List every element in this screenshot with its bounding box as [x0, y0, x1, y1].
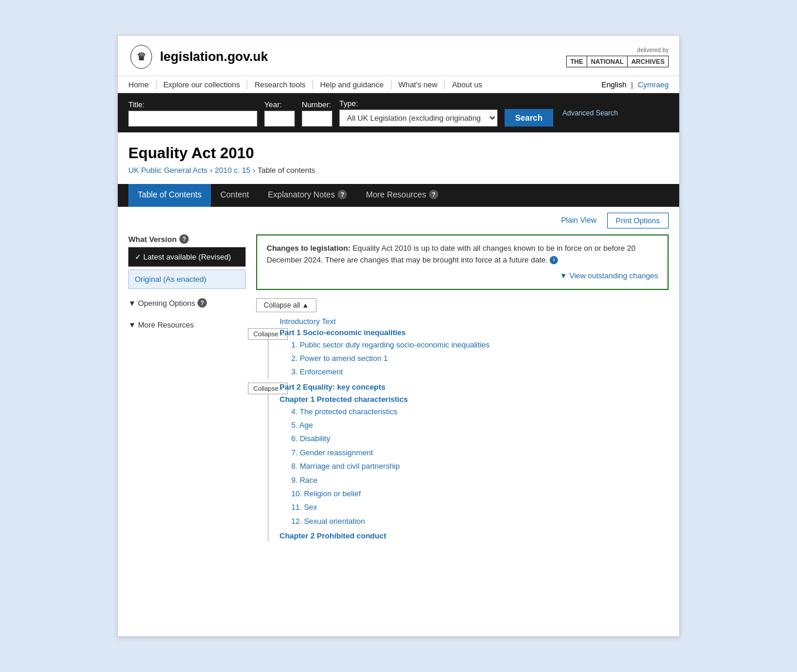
tab-more-resources[interactable]: More Resources ? [356, 184, 448, 207]
explanatory-notes-help-icon: ? [338, 190, 347, 199]
nav-explore[interactable]: Explore our collections [164, 80, 240, 89]
na-national: NATIONAL [587, 56, 628, 67]
toc-introductory-text[interactable]: Introductory Text [280, 317, 669, 326]
title-label: Title: [128, 100, 257, 109]
national-archives-logo: delivered by THE NATIONAL ARCHIVES [566, 47, 669, 67]
toc-part-1-left: Collapse - [256, 328, 280, 379]
lang-english: English [601, 80, 626, 89]
tab-explanatory-notes[interactable]: Explanatory Notes ? [258, 184, 356, 207]
toc-part-2-title[interactable]: Part 2 Equality: key concepts [280, 383, 669, 391]
breadcrumb-sep-2: › [253, 166, 255, 175]
toc-item-1[interactable]: 1. Public sector duty regarding socio-ec… [291, 338, 669, 352]
year-field: Year: [264, 100, 295, 127]
changes-title: Changes to legislation: [267, 244, 350, 253]
view-options-bar: Plain View Print Options [128, 207, 669, 234]
toc-item-9[interactable]: 9. Race [291, 473, 669, 487]
toc-item-10[interactable]: 10. Religion or belief [291, 487, 669, 500]
collapse-all-button[interactable]: Collapse all ▲ [256, 298, 316, 312]
svg-text:♛: ♛ [137, 51, 146, 63]
number-field: Number: [302, 100, 332, 127]
toc-part-1-title[interactable]: Part 1 Socio-economic inequalities [280, 328, 669, 337]
toc-part-2-left: Collapse - [256, 383, 280, 542]
toc-part-2-group: Collapse - Part 2 Equality: key concepts… [256, 383, 669, 542]
nav-home[interactable]: Home [128, 80, 149, 89]
breadcrumb-2010[interactable]: 2010 c. 15 [214, 166, 250, 175]
print-options-button[interactable]: Print Options [607, 213, 669, 228]
number-label: Number: [302, 100, 332, 109]
toc-part-1-group: Collapse - Part 1 Socio-economic inequal… [256, 328, 669, 379]
na-the: THE [567, 56, 587, 67]
delivered-by-label: delivered by [637, 47, 669, 53]
toc-item-5[interactable]: 5. Age [291, 418, 669, 432]
toc-part-2-vline [268, 394, 268, 542]
search-button[interactable]: Search [505, 109, 553, 127]
nav-about[interactable]: About us [452, 80, 482, 89]
toc-item-4[interactable]: 4. The protected characteristics [291, 405, 669, 418]
tab-table-of-contents[interactable]: Table of Contents [128, 184, 211, 207]
more-resources-section: ▼ More Resources [128, 317, 246, 333]
search-bar: Title: Year: Number: Type: All UK Legisl… [118, 93, 679, 132]
changes-box: Changes to legislation: Equality Act 201… [256, 234, 669, 290]
two-column-layout: What Version ? ✓ Latest available (Revis… [128, 234, 669, 545]
year-label: Year: [264, 100, 295, 109]
content-area: Plain View Print Options What Version ? … [118, 207, 679, 557]
breadcrumb: UK Public General Acts › 2010 c. 15 › Ta… [128, 166, 669, 175]
site-nav: Home Explore our collections Research to… [118, 76, 679, 93]
toc-part-1-vline [268, 340, 268, 379]
type-select[interactable]: All UK Legislation (excluding originatin… [339, 110, 498, 127]
opening-options-help-icon: ? [197, 298, 207, 308]
toc-item-7[interactable]: 7. Gender reassignment [291, 446, 669, 459]
logo-text: legislation.gov.uk [160, 49, 268, 64]
opening-options-section: ▼ Opening Options ? [128, 295, 246, 311]
what-version-section: What Version ? ✓ Latest available (Revis… [128, 234, 246, 289]
language-switcher: English | Cymraeg [601, 80, 669, 89]
what-version-help-icon: ? [179, 234, 189, 244]
year-input[interactable] [264, 111, 295, 127]
nav-links: Home Explore our collections Research to… [128, 80, 489, 89]
toc-item-12[interactable]: 12. Sexual orientation [291, 514, 669, 528]
nav-whatsnew[interactable]: What's new [398, 80, 438, 89]
view-outstanding-link[interactable]: ▼ View outstanding changes [267, 270, 658, 282]
toc-item-3[interactable]: 3. Enforcement [291, 365, 669, 378]
opening-options-toggle[interactable]: ▼ Opening Options ? [128, 295, 246, 311]
tab-content[interactable]: Content [211, 184, 258, 207]
toc-chapter-1-title[interactable]: Chapter 1 Protected characteristics [280, 395, 669, 404]
toc-item-8[interactable]: 8. Marriage and civil partnership [291, 459, 669, 473]
toc-item-2[interactable]: 2. Power to amend section 1 [291, 352, 669, 365]
title-input[interactable] [128, 111, 257, 127]
toc-part-2-right: Part 2 Equality: key concepts Chapter 1 … [280, 383, 669, 542]
toc-item-6[interactable]: 6. Disability [291, 432, 669, 445]
title-field: Title: [128, 100, 257, 127]
main-content: Changes to legislation: Equality Act 201… [256, 234, 669, 545]
na-logo-box: THE NATIONAL ARCHIVES [566, 56, 669, 67]
latest-version-button[interactable]: ✓ Latest available (Revised) [128, 247, 246, 267]
toc-part-1-right: Part 1 Socio-economic inequalities 1. Pu… [280, 328, 669, 379]
crest-icon: ♛ [128, 44, 154, 70]
what-version-title: What Version ? [128, 234, 246, 244]
more-resources-toggle[interactable]: ▼ More Resources [128, 317, 246, 333]
toc-item-11[interactable]: 11. Sex [291, 500, 669, 514]
nav-research[interactable]: Research tools [254, 80, 305, 89]
lang-sep: | [631, 80, 633, 89]
na-archives: ARCHIVES [628, 56, 668, 67]
lang-cymraeg[interactable]: Cymraeg [638, 80, 669, 89]
breadcrumb-public-acts[interactable]: UK Public General Acts [128, 166, 207, 175]
advanced-search-link[interactable]: Advanced Search [563, 109, 618, 117]
logo-area: ♛ legislation.gov.uk [128, 44, 268, 70]
changes-info-icon: i [550, 256, 558, 264]
page-wrapper: ♛ legislation.gov.uk delivered by THE NA… [117, 35, 680, 637]
number-input[interactable] [302, 111, 332, 127]
toc-controls: Collapse all ▲ [256, 298, 669, 312]
nav-help[interactable]: Help and guidance [320, 80, 383, 89]
breadcrumb-current: Table of contents [258, 166, 315, 175]
logo-bold: legislation [160, 49, 224, 64]
tab-bar: Table of Contents Content Explanatory No… [118, 184, 679, 207]
more-resources-help-icon: ? [429, 190, 438, 199]
original-version-button[interactable]: Original (As enacted) [128, 270, 246, 289]
toc-chapter-2-title[interactable]: Chapter 2 Prohibited conduct [280, 531, 669, 540]
logo-rest: .gov.uk [224, 49, 268, 64]
plain-view-link[interactable]: Plain View [555, 213, 602, 228]
page-title: Equality Act 2010 [128, 144, 669, 162]
sidebar: What Version ? ✓ Latest available (Revis… [128, 234, 246, 545]
type-label: Type: [339, 99, 498, 108]
